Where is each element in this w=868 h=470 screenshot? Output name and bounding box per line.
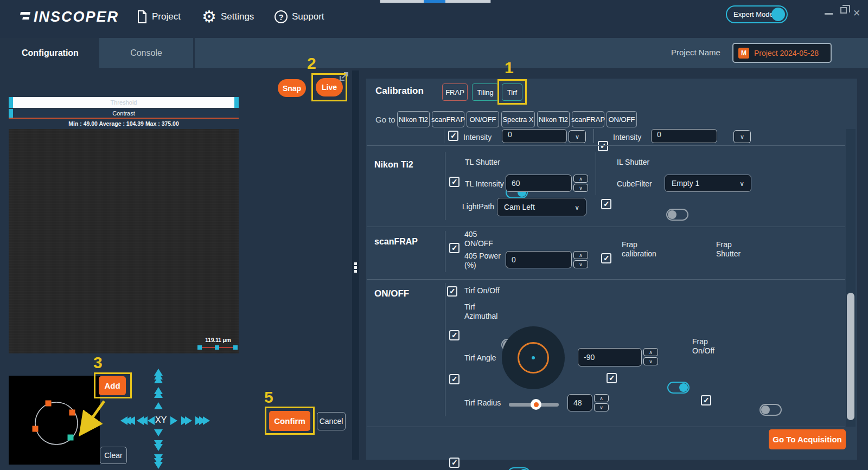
xy-down-3-button[interactable] bbox=[154, 454, 163, 469]
nav-project[interactable]: Project bbox=[137, 10, 181, 24]
expand-icon[interactable] bbox=[338, 70, 350, 82]
tl-intensity-checkbox[interactable] bbox=[449, 243, 459, 253]
lightpath-value: Cam Left bbox=[504, 203, 535, 211]
intensity-right-label: Intensity bbox=[613, 133, 641, 142]
measurement-handle-right[interactable] bbox=[233, 345, 238, 350]
tl-intensity-spin-down[interactable] bbox=[573, 184, 588, 192]
tirf-angle-input[interactable]: -90 bbox=[578, 348, 642, 366]
frap-shutter-toggle[interactable] bbox=[760, 404, 782, 416]
cubefilter-dropdown[interactable]: Empty 1 bbox=[665, 175, 751, 192]
xy-left-2-button[interactable] bbox=[137, 416, 148, 425]
measurement-handle-left[interactable] bbox=[197, 345, 202, 350]
cancel-button[interactable]: Cancel bbox=[317, 412, 346, 430]
goto-onoff-button[interactable]: ON/OFF bbox=[467, 111, 499, 127]
close-button[interactable] bbox=[853, 8, 860, 19]
405-power-checkbox[interactable] bbox=[449, 374, 459, 384]
tl-shutter-label: TL Shutter bbox=[465, 158, 500, 167]
restore-button[interactable] bbox=[840, 7, 847, 14]
goto-nikon-ti2-button[interactable]: Nikon Ti2 bbox=[397, 111, 430, 127]
measurement-handle-mid[interactable] bbox=[215, 345, 219, 350]
project-name-field[interactable]: M Project 2024-05-28 bbox=[732, 43, 832, 63]
contrast-handle-left[interactable] bbox=[9, 109, 13, 118]
lightpath-dropdown[interactable]: Cam Left bbox=[497, 198, 586, 216]
405-onoff-checkbox[interactable] bbox=[449, 330, 459, 340]
intensity-left-dropdown-button[interactable] bbox=[569, 130, 586, 143]
goto-scanfrap-button-2[interactable]: scanFRAP bbox=[572, 111, 604, 127]
splitter-handle[interactable] bbox=[354, 262, 357, 273]
cubefilter-checkbox[interactable] bbox=[601, 253, 611, 263]
question-icon bbox=[275, 10, 288, 23]
tirf-radius-spinner bbox=[594, 394, 609, 411]
goto-onoff-button-2[interactable]: ON/OFF bbox=[607, 111, 637, 127]
tirf-angle-dial[interactable] bbox=[502, 326, 565, 389]
frap-calibration-toggle[interactable] bbox=[667, 382, 690, 394]
goto-scanfrap-button[interactable]: scanFRAP bbox=[432, 111, 464, 127]
nav-settings[interactable]: Settings bbox=[202, 9, 254, 25]
frap-shutter-checkbox[interactable] bbox=[701, 395, 711, 405]
column-divider bbox=[593, 129, 594, 143]
goto-spectra-x-button[interactable]: Spectra X bbox=[501, 111, 535, 127]
contrast-bar[interactable]: Contrast bbox=[9, 109, 239, 119]
xy-right-1-button[interactable] bbox=[170, 416, 177, 425]
threshold-handle-right[interactable] bbox=[234, 97, 239, 108]
threshold-bar[interactable]: Threshold bbox=[9, 97, 239, 108]
gear-icon bbox=[202, 9, 216, 25]
tirf-radius-input[interactable]: 48 bbox=[567, 394, 592, 411]
tirf-onoff-toggle[interactable] bbox=[508, 467, 530, 470]
lightpath-checkbox[interactable] bbox=[447, 286, 457, 297]
goto-nikon-ti2-button-2[interactable]: Nikon Ti2 bbox=[537, 111, 570, 127]
il-shutter-checkbox[interactable] bbox=[601, 199, 611, 209]
intensity-right-input[interactable]: 0 bbox=[651, 129, 717, 143]
xy-up-1-button[interactable] bbox=[154, 402, 163, 409]
tirf-radius-knob[interactable] bbox=[531, 399, 541, 410]
calibration-tirf-button[interactable]: Tirf bbox=[502, 83, 522, 101]
xy-up-2-button[interactable] bbox=[154, 387, 163, 398]
top-progress-bar[interactable] bbox=[380, 0, 491, 3]
tirf-radius-spin-up[interactable] bbox=[594, 394, 609, 402]
panel-splitter[interactable] bbox=[352, 70, 359, 460]
405-power-spin-up[interactable] bbox=[573, 251, 588, 259]
frap-calibration-checkbox[interactable] bbox=[607, 373, 617, 383]
panel-scrollbar-thumb[interactable] bbox=[847, 293, 854, 420]
tirf-angle-spin-up[interactable] bbox=[643, 348, 658, 356]
tirf-onoff-checkbox[interactable] bbox=[449, 458, 459, 468]
intensity-left-input[interactable]: 0 bbox=[502, 129, 567, 143]
intensity-right-dropdown-button[interactable] bbox=[733, 130, 751, 143]
xy-up-3-button[interactable] bbox=[154, 369, 163, 383]
tirf-angle-spin-down[interactable] bbox=[643, 357, 658, 365]
tab-configuration[interactable]: Configuration bbox=[0, 38, 98, 68]
xy-down-1-button[interactable] bbox=[154, 429, 163, 436]
confirm-button[interactable]: Confirm bbox=[269, 411, 310, 431]
calibration-frap-button[interactable]: FRAP bbox=[442, 83, 468, 101]
xy-left-1-button[interactable] bbox=[148, 416, 155, 425]
frap-shutter-label: Frap Shutter bbox=[716, 240, 749, 259]
tl-intensity-spin-up[interactable] bbox=[573, 175, 588, 183]
xy-down-2-button[interactable] bbox=[154, 440, 163, 451]
threshold-handle-left[interactable] bbox=[9, 97, 13, 108]
tirf-azimuthal-label: Tirf Azimuthal bbox=[464, 302, 510, 321]
application-window: INSCOPER Project Settings Support Expert… bbox=[0, 0, 868, 470]
snap-button[interactable]: Snap bbox=[278, 79, 306, 97]
document-icon bbox=[137, 10, 148, 24]
tirf-radius-spin-down[interactable] bbox=[594, 403, 609, 411]
goto-label: Go to bbox=[375, 115, 395, 124]
tirf-radius-slider[interactable] bbox=[509, 399, 559, 410]
image-stats: Min : 49.00 Average : 104.39 Max : 375.0… bbox=[9, 120, 239, 127]
calibration-tiling-button[interactable]: Tiling bbox=[472, 83, 499, 101]
xy-right-2-button[interactable] bbox=[181, 416, 192, 425]
tl-intensity-input[interactable]: 60 bbox=[506, 175, 572, 192]
minimize-button[interactable] bbox=[825, 13, 833, 15]
tl-shutter-checkbox[interactable] bbox=[449, 177, 459, 187]
expert-mode-toggle[interactable]: Expert Mode bbox=[726, 5, 788, 23]
xy-left-3-button[interactable] bbox=[120, 416, 135, 425]
intensity-right-checkbox[interactable] bbox=[598, 141, 608, 151]
405-power-input[interactable]: 0 bbox=[506, 251, 572, 268]
xy-right-3-button[interactable] bbox=[195, 416, 210, 425]
nav-support[interactable]: Support bbox=[275, 10, 324, 23]
camera-view[interactable]: 119.11 μm bbox=[9, 129, 239, 353]
go-to-acquisition-button[interactable]: Go To Acquisition bbox=[769, 429, 846, 449]
tab-console[interactable]: Console bbox=[99, 38, 193, 68]
405-power-spin-down[interactable] bbox=[573, 260, 588, 268]
intensity-left-checkbox[interactable] bbox=[448, 131, 458, 141]
il-shutter-toggle[interactable] bbox=[666, 209, 688, 221]
